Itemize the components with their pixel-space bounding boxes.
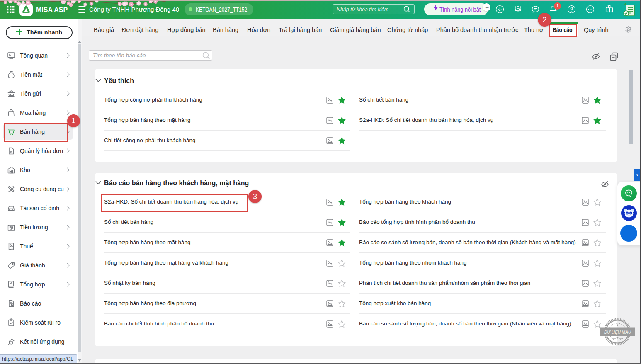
svg-text:DỮ LIỆU MẪU: DỮ LIỆU MẪU [604, 330, 631, 335]
